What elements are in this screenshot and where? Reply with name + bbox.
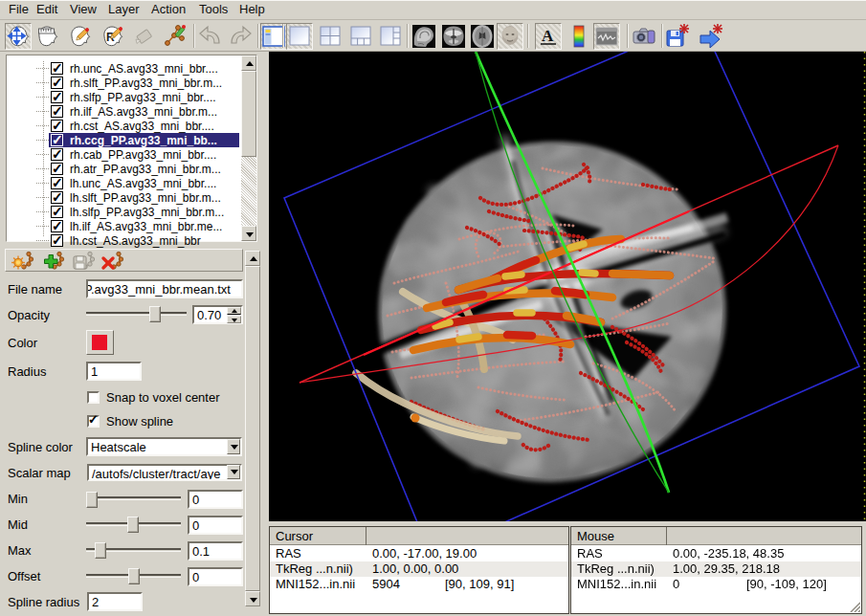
- svg-text:A: A: [542, 27, 554, 45]
